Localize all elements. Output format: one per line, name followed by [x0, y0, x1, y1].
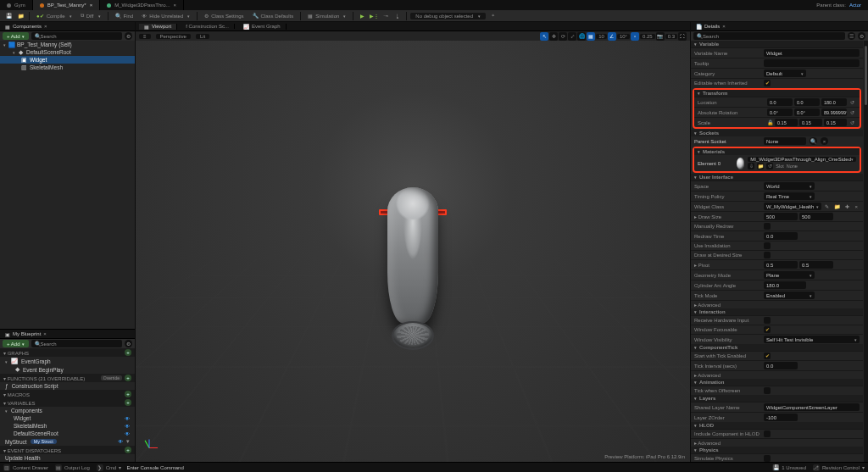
viewport-menu[interactable]: ≡	[139, 34, 151, 39]
dispatchers-header[interactable]: ▾ EVENT DISPATCHERS +	[0, 446, 135, 454]
tooltip-field[interactable]	[764, 59, 860, 67]
recvhw-checkbox[interactable]	[764, 317, 771, 324]
parent-class-link[interactable]: Actor	[849, 3, 861, 8]
lit-dropdown[interactable]: Lit	[196, 34, 209, 39]
camera-speed-value[interactable]: 0.3	[665, 34, 677, 39]
browse-icon[interactable]: 📁	[832, 203, 842, 209]
tickinterval-field[interactable]: 0.0	[764, 362, 798, 369]
add-graph-button[interactable]: +	[125, 349, 131, 356]
editable-checkbox[interactable]	[764, 80, 771, 86]
console-input[interactable]: Enter Console Command	[124, 464, 200, 471]
reset-button[interactable]: ↺	[849, 119, 856, 125]
diff-button[interactable]: ⧉Diff	[77, 12, 104, 19]
play-options-button[interactable]: ▶⋮	[369, 12, 379, 19]
details-settings-button[interactable]: ⚙	[858, 32, 865, 40]
output-log-button[interactable]: ▤ Output Log	[55, 464, 90, 471]
maximize-viewport[interactable]: ⛶	[678, 32, 687, 41]
hide-unrelated-button[interactable]: 👁Hide Unrelated	[138, 13, 193, 19]
edit-icon[interactable]: ✎	[823, 203, 831, 209]
component-row-root[interactable]: ◆ DefaultSceneRoot	[0, 48, 135, 56]
scale-x[interactable]: 0.15	[775, 119, 798, 126]
use-selected-icon[interactable]: ⇩	[748, 163, 754, 169]
close-icon[interactable]: ×	[44, 24, 47, 29]
visibility-dropdown[interactable]: Self Hit Test Invisible	[764, 336, 860, 343]
tab-blueprint[interactable]: BP_Test_Manny* ×	[33, 0, 101, 10]
reset-button[interactable]: ↺	[849, 109, 856, 115]
clear-icon[interactable]: ×	[853, 204, 860, 209]
sharedlayer-field[interactable]: WidgetComponentScreenLayer	[764, 403, 860, 411]
tab-viewport[interactable]: ▦ Viewport	[139, 24, 177, 30]
useinvalidation-checkbox[interactable]	[764, 242, 771, 249]
category-animation[interactable]: Animation	[691, 379, 863, 386]
drawsize-y[interactable]: 500	[799, 213, 833, 220]
details-filter-button[interactable]: ☰	[848, 32, 855, 40]
variables-header[interactable]: ▾ VARIABLES +	[0, 398, 135, 407]
expand-icon[interactable]	[13, 49, 15, 55]
category-transform[interactable]: Transform	[694, 90, 860, 97]
location-z[interactable]: 180.0	[821, 98, 847, 106]
material-asset-dropdown[interactable]: MI_Widget3DPassThrough_Align_OneSided	[748, 157, 856, 162]
type-pill[interactable]: My Struct	[31, 439, 57, 444]
var-skelmesh[interactable]: SkeletalMesh 👁	[0, 422, 135, 430]
manualredraw-checkbox[interactable]	[764, 223, 771, 230]
browse-button[interactable]: 📁	[15, 12, 25, 19]
category-interaction[interactable]: Interaction	[691, 308, 863, 315]
drawsize-x[interactable]: 500	[764, 213, 798, 220]
myblueprint-add-button[interactable]: + Add▾	[3, 340, 29, 347]
class-defaults-button[interactable]: 🔧Class Defaults	[249, 12, 298, 19]
myblueprint-panel-tab[interactable]: ▣ My Blueprint ×	[0, 331, 52, 337]
reset-button[interactable]: ↺	[849, 99, 856, 105]
details-search[interactable]: 🔍 Search	[693, 32, 845, 40]
myblueprint-settings-button[interactable]: ⚙	[125, 340, 132, 347]
lock-icon[interactable]: 🔒	[767, 119, 773, 125]
expand-icon[interactable]	[3, 42, 6, 47]
step-in-button[interactable]: ⭲	[381, 13, 391, 19]
parent-socket-field[interactable]: None	[764, 137, 806, 145]
camera-speed-icon[interactable]: 📷	[656, 32, 665, 41]
category-dropdown[interactable]: Default	[764, 69, 806, 77]
includehlod-checkbox[interactable]	[764, 430, 771, 437]
tab-eventgraph[interactable]: 📈 Event Graph	[238, 24, 287, 30]
category-hlod[interactable]: HLOD	[691, 422, 863, 429]
simphysics-checkbox[interactable]	[764, 455, 771, 462]
chevron-down-icon[interactable]: ▾	[126, 438, 130, 445]
visibility-toggle[interactable]: 👁	[118, 439, 123, 444]
geometry-dropdown[interactable]: Plane	[764, 271, 815, 279]
close-icon[interactable]: ×	[90, 3, 93, 8]
tab-gym[interactable]: Gym	[0, 0, 33, 10]
myblueprint-search[interactable]: 🔍 Search	[31, 340, 122, 347]
grid-snap-toggle[interactable]: ▦	[587, 32, 595, 41]
locate-button[interactable]: ⌖	[487, 12, 498, 19]
components-settings-button[interactable]: ⚙	[125, 32, 132, 40]
angle-snap-toggle[interactable]: ∠	[608, 32, 616, 41]
category-materials[interactable]: Materials	[694, 148, 860, 155]
add-component-button[interactable]: + Add▾	[3, 32, 29, 40]
details-scroll-area[interactable]: Variable Variable Name Widget Tooltip Ca…	[691, 41, 863, 462]
focusable-checkbox[interactable]	[764, 326, 771, 333]
var-group-components[interactable]: Components	[0, 407, 135, 414]
zorder-field[interactable]: -100	[764, 414, 798, 421]
category-variable[interactable]: Variable	[691, 41, 863, 47]
reset-icon[interactable]: ↺	[766, 163, 773, 169]
simulation-button[interactable]: ▦Simulation	[304, 12, 349, 19]
redrawtime-field[interactable]: 0.0	[764, 232, 798, 240]
perspective-dropdown[interactable]: Perspective	[156, 34, 191, 39]
close-icon[interactable]: ×	[722, 24, 726, 29]
rotation-y[interactable]: 0.0°	[794, 108, 820, 116]
component-row-self[interactable]: 🟦 BP_Test_Manny (Self)	[0, 41, 135, 48]
scale-tool[interactable]: ⤢	[568, 32, 576, 41]
angle-snap-value[interactable]: 10°	[617, 34, 630, 39]
widgetclass-dropdown[interactable]: W_MyWidget_Health	[764, 203, 821, 210]
category-physics[interactable]: Physics	[691, 447, 863, 453]
tickoffscreen-checkbox[interactable]	[764, 387, 771, 394]
debug-object-dropdown[interactable]: No debug object selected	[410, 13, 486, 19]
starttick-checkbox[interactable]	[764, 353, 771, 359]
add-function-button[interactable]: +	[125, 375, 131, 381]
location-y[interactable]: 0.0	[794, 98, 820, 106]
details-scrollbar[interactable]	[864, 41, 868, 462]
browse-to-icon[interactable]: 📁	[757, 163, 764, 169]
add-dispatcher-button[interactable]: +	[125, 447, 131, 453]
step-over-button[interactable]: ⭳	[392, 13, 403, 19]
components-search[interactable]: 🔍 Search	[31, 32, 122, 40]
expand-icon[interactable]	[5, 358, 8, 364]
